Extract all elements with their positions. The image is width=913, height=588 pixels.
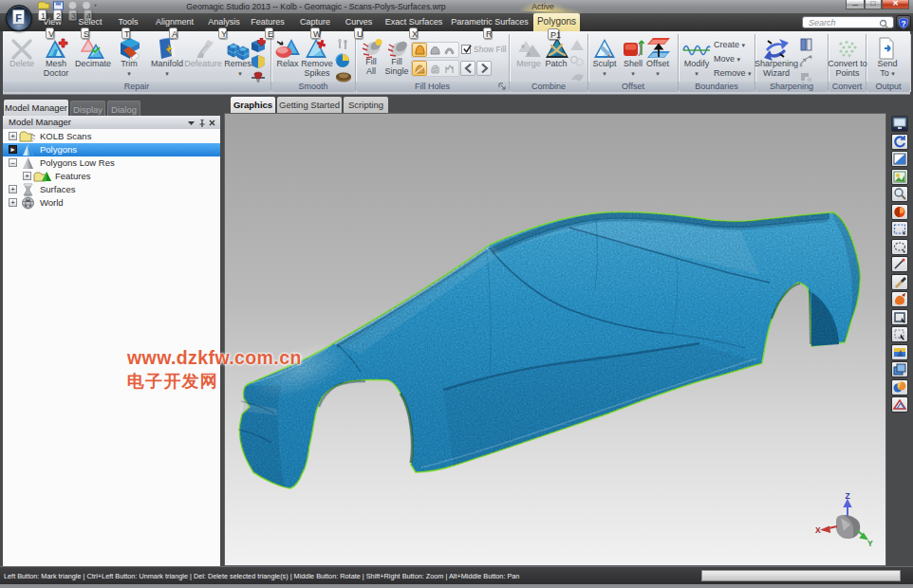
svg-text:X: X (815, 525, 821, 535)
svg-text:Y: Y (867, 539, 873, 548)
svg-text:?: ? (901, 19, 905, 28)
svg-text:Z: Z (846, 491, 850, 501)
